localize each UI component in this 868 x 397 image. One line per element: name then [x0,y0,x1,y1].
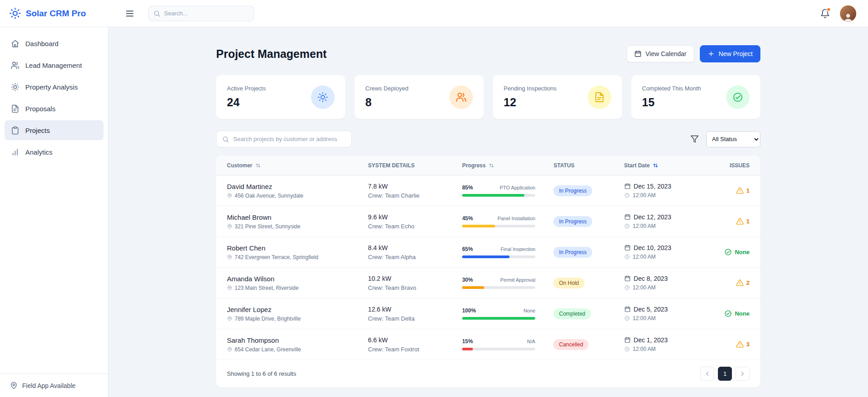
page-button-1[interactable]: 1 [718,367,732,381]
start-date: Dec 12, 2023 [634,213,671,221]
home-icon [11,39,19,48]
project-search-input[interactable] [233,136,346,142]
progress-cell: 65% Final Inspection [462,246,553,258]
plus-icon [708,50,715,57]
sidebar-item-dashboard[interactable]: Dashboard [5,33,104,53]
stat-label: Pending Inspections [504,85,557,92]
column-header-issues: ISSUES [713,162,750,169]
start-date-cell: Dec 15, 2023 12:00 AM [624,183,713,198]
customer-name: Michael Brown [227,213,368,221]
next-page-button[interactable] [736,367,750,381]
calendar-icon [624,214,631,220]
table-row[interactable]: Robert Chen 742 Evergreen Terrace, Sprin… [216,237,760,268]
start-time: 12:00 AM [633,223,656,229]
filter-button[interactable] [690,135,699,143]
column-header-label: SYSTEM DETAILS [368,162,415,169]
start-time: 12:00 AM [633,315,656,321]
map-pin-icon [10,382,18,389]
menu-button[interactable] [125,9,135,19]
main-content: Project Management View Calendar [108,27,868,397]
customer-name: Sarah Thompson [227,336,368,344]
check-circle-icon [726,85,750,109]
map-pin-icon [227,285,232,291]
topbar: Solar CRM Pro [0,0,868,27]
table-row[interactable]: Amanda Wilson 123 Main Street, Riverside… [216,268,760,298]
issues-count: None [735,310,750,317]
stat-value: 12 [504,96,557,109]
new-project-button[interactable]: New Project [700,45,760,62]
sidebar-item-proposals[interactable]: Proposals [5,99,104,118]
customer-address: 789 Maple Drive, Brightville [227,316,368,322]
content-container: Project Management View Calendar [216,27,760,397]
user-avatar[interactable] [840,5,856,22]
progress-percent: 15% [462,338,473,345]
address-text: 789 Maple Drive, Brightville [235,316,301,322]
brand-name: Solar CRM Pro [26,9,86,19]
sidebar-item-label: Analytics [25,148,52,156]
clock-icon [624,285,630,290]
status-cell: In Progress [553,216,624,227]
progress-bar-track [462,317,535,320]
column-header-progress[interactable]: Progress [462,162,553,169]
sidebar-item-projects[interactable]: Projects [5,120,104,140]
calendar-icon [624,275,631,282]
stat-label: Completed This Month [642,85,701,92]
users-icon [11,61,19,70]
view-calendar-button[interactable]: View Calendar [627,45,694,62]
customer-cell: Jennifer Lopez 789 Maple Drive, Brightvi… [227,306,368,322]
progress-bar-track [462,348,535,350]
global-search [148,6,254,21]
column-header-label: Customer [227,162,252,169]
sort-icon [255,162,261,169]
sidebar-item-property-analysis[interactable]: Property Analysis [5,77,104,97]
column-header-label: STATUS [553,162,574,169]
progress-percent: 30% [462,277,473,283]
table-row[interactable]: Michael Brown 321 Pine Street, Sunnyside… [216,206,760,237]
sort-icon-active [652,162,659,169]
customer-cell: David Martinez 456 Oak Avenue, Sunnydale [227,183,368,199]
status-cell: In Progress [553,185,624,196]
system-cell: 7.8 kW Crew: Team Charlie [368,183,462,199]
progress-bar-track [462,194,535,197]
table-row[interactable]: Sarah Thompson 654 Cedar Lane, Greenvill… [216,329,760,360]
warning-icon [736,187,744,194]
sidebar-footer-label: Field App Available [22,382,75,389]
system-size: 12.6 kW [368,306,462,313]
sidebar-item-analytics[interactable]: Analytics [5,142,104,162]
stat-label: Active Projects [227,85,266,92]
system-cell: 12.6 kW Crew: Team Delta [368,306,462,322]
column-header-label: ISSUES [730,162,750,169]
status-cell: On Hold [553,278,624,288]
brand: Solar CRM Pro [0,7,108,19]
map-pin-icon [227,224,232,229]
system-cell: 9.6 kW Crew: Team Echo [368,213,462,230]
sidebar-item-lead-management[interactable]: Lead Management [5,55,104,75]
column-header-label: Progress [462,162,486,169]
status-badge: In Progress [553,247,592,258]
notification-dot [826,7,831,12]
clock-icon [624,346,630,352]
page-title: Project Management [216,47,327,61]
column-header-customer[interactable]: Customer [227,162,368,169]
prev-page-button[interactable] [700,367,714,381]
progress-cell: 85% PTO Application [462,184,553,197]
table-row[interactable]: David Martinez 456 Oak Avenue, Sunnydale… [216,175,760,206]
column-header-start-date[interactable]: Start Date [624,162,713,169]
start-date: Dec 1, 2023 [634,336,668,344]
customer-address: 742 Evergreen Terrace, Springfield [227,254,368,260]
system-size: 6.6 kW [368,336,462,344]
notifications-button[interactable] [820,9,830,19]
sidebar-footer-field-app[interactable]: Field App Available [0,373,108,397]
table-row[interactable]: Jennifer Lopez 789 Maple Drive, Brightvi… [216,298,760,329]
global-search-input[interactable] [164,10,249,17]
progress-percent: 45% [462,215,473,222]
stat-card-completed-this-month: Completed This Month 15 [631,75,760,119]
status-filter-select[interactable]: All Status [706,131,760,147]
customer-cell: Amanda Wilson 123 Main Street, Riverside [227,275,368,291]
clock-icon [624,223,630,229]
crew: Crew: Team Delta [368,315,462,322]
customer-address: 123 Main Street, Riverside [227,285,368,291]
crew: Crew: Team Bravo [368,284,462,291]
map-pin-icon [227,255,232,260]
system-size: 7.8 kW [368,183,462,190]
